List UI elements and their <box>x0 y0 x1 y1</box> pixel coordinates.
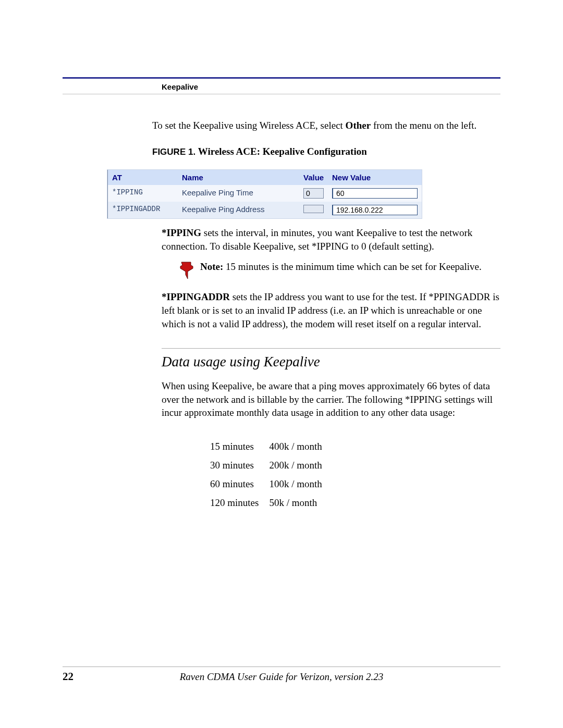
subsection-heading: Data usage using Keepalive <box>162 354 500 370</box>
figure-caption: FIGURE 1. Wireless ACE: Keepalive Config… <box>152 146 500 157</box>
subsection-paragraph: When using Keepalive, be aware that a pi… <box>162 379 500 419</box>
table-row: *IPPINGADDR Keepalive Ping Address 192.1… <box>107 202 422 218</box>
usage-amount: 200k / month <box>268 459 322 472</box>
value-readonly: 0 <box>303 188 324 199</box>
pushpin-icon <box>179 260 195 281</box>
usage-interval: 120 minutes <box>210 497 259 509</box>
usage-amount: 400k / month <box>268 440 322 453</box>
intro-bold: Other <box>346 120 371 131</box>
header-under-rule <box>63 94 500 94</box>
usage-amount: 100k / month <box>268 478 322 490</box>
value-readonly <box>303 205 324 213</box>
header-top-rule <box>63 77 500 79</box>
svg-marker-0 <box>180 262 193 279</box>
config-cell-name: Keepalive Ping Time <box>178 185 299 202</box>
config-cell-value <box>299 202 328 218</box>
header-section-label: Keepalive <box>162 82 198 91</box>
ippingaddr-paragraph: *IPPINGADDR sets the IP address you want… <box>162 290 500 330</box>
page: Keepalive To set the Keepalive using Wir… <box>0 0 563 728</box>
document-title: Raven CDMA User Guide for Verizon, versi… <box>151 671 412 683</box>
figure-caption-text: Wireless ACE: Keepalive Configuration <box>198 146 367 157</box>
intro-suffix: from the menu on the left. <box>371 120 476 131</box>
ipping-paragraph: *IPPING sets the interval, in minutes, y… <box>162 226 500 253</box>
config-header-newvalue: New Value <box>328 170 422 185</box>
config-cell-at: *IPPING <box>107 185 178 202</box>
config-table-header: AT Name Value New Value <box>107 170 422 185</box>
config-header-at: AT <box>107 170 178 185</box>
usage-amount: 50k / month <box>268 497 322 509</box>
data-usage-table: 15 minutes 400k / month 30 minutes 200k … <box>200 434 332 515</box>
config-cell-name: Keepalive Ping Address <box>178 202 299 218</box>
config-cell-newvalue: 60 <box>328 185 422 202</box>
config-cell-at: *IPPINGADDR <box>107 202 178 218</box>
config-header-value: Value <box>299 170 328 185</box>
table-row: 15 minutes 400k / month <box>210 440 323 453</box>
intro-paragraph: To set the Keepalive using Wireless ACE,… <box>152 119 500 132</box>
usage-interval: 30 minutes <box>210 459 259 472</box>
new-value-input[interactable]: 192.168.0.222 <box>332 205 418 215</box>
note-bold: Note: <box>200 261 223 272</box>
config-cell-newvalue: 192.168.0.222 <box>328 202 422 218</box>
intro-prefix: To set the Keepalive using Wireless ACE,… <box>152 120 346 131</box>
table-row: 30 minutes 200k / month <box>210 459 323 472</box>
figure-label: FIGURE 1. <box>152 147 198 157</box>
ipping-text: sets the interval, in minutes, you want … <box>162 227 472 252</box>
page-number: 22 <box>63 670 151 683</box>
usage-interval: 15 minutes <box>210 440 259 453</box>
body-main: *IPPING sets the interval, in minutes, y… <box>162 226 500 515</box>
table-row: *IPPING Keepalive Ping Time 0 60 <box>107 185 422 202</box>
subsection-rule <box>162 348 500 349</box>
page-footer: 22 Raven CDMA User Guide for Verizon, ve… <box>63 667 500 683</box>
note-body: 15 minutes is the minimum time which can… <box>223 261 481 272</box>
ipping-label: *IPPING <box>162 227 201 238</box>
table-row: 60 minutes 100k / month <box>210 478 323 490</box>
note-block: Note: 15 minutes is the minimum time whi… <box>179 260 500 281</box>
config-cell-value: 0 <box>299 185 328 202</box>
new-value-input[interactable]: 60 <box>332 188 418 199</box>
note-text: Note: 15 minutes is the minimum time whi… <box>200 260 482 274</box>
body-top: To set the Keepalive using Wireless ACE,… <box>152 119 500 157</box>
config-table: AT Name Value New Value *IPPING Keepaliv… <box>107 169 422 219</box>
usage-interval: 60 minutes <box>210 478 259 490</box>
table-row: 120 minutes 50k / month <box>210 497 323 509</box>
config-header-name: Name <box>178 170 299 185</box>
ippingaddr-label: *IPPINGADDR <box>162 291 230 302</box>
